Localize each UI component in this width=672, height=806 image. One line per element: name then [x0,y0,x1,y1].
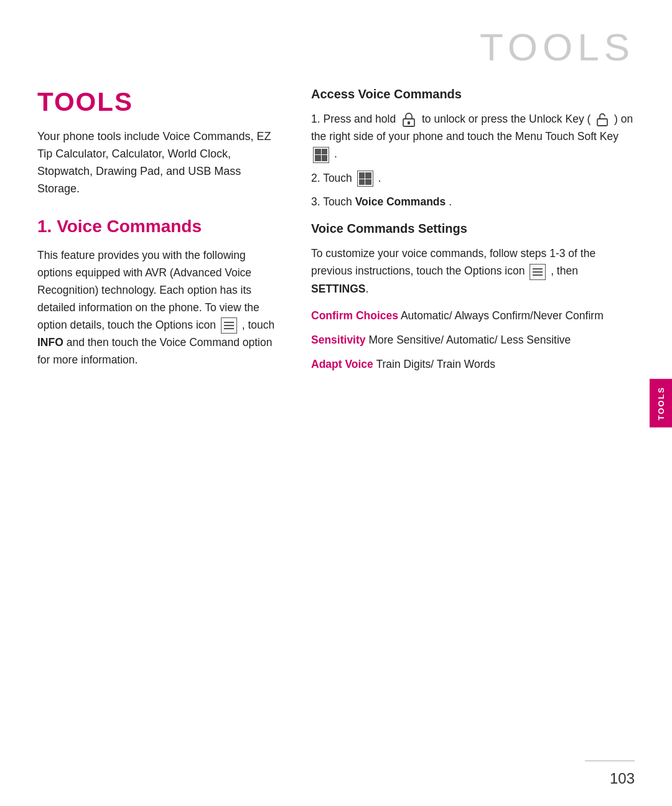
voice-commands-body: This feature provides you with the follo… [37,246,280,368]
page-container: TOOLS TOOLS TOOLS Your phone tools inclu… [0,0,672,806]
main-content: TOOLS Your phone tools include Voice Com… [37,87,635,756]
settings-period: . [366,283,369,295]
step1-text-d: . [334,148,337,160]
settings-end-span: , then [551,265,578,277]
step2-text-b: . [378,172,381,184]
access-voice-commands-title: Access Voice Commands [311,87,635,101]
right-column: Access Voice Commands 1. Press and hold … [311,87,635,756]
settings-bold-span: SETTINGS [311,283,366,295]
main-section-title: TOOLS [37,87,280,117]
tools-grid-icon [357,171,373,187]
sensitivity-options: More Sensitive/ Automatic/ Less Sensitiv… [366,334,571,346]
sensitivity-item: Sensitivity More Sensitive/ Automatic/ L… [311,332,635,349]
adapt-voice-item: Adapt Voice Train Digits/ Train Words [311,356,635,373]
step3-bold: Voice Commands [355,195,446,208]
adapt-voice-label: Adapt Voice [311,358,373,370]
step1-text-a: 1. Press and hold [311,113,396,125]
settings-options-icon [530,264,546,280]
body-text-3: and then touch the Voice Command option … [37,336,272,366]
step3-text-b: . [449,195,452,208]
intro-paragraph: Your phone tools include Voice Commands,… [37,128,280,198]
confirm-choices-label: Confirm Choices [311,309,398,322]
step-3: 3. Touch Voice Commands . [311,193,635,210]
step1-text-b: to unlock or press the Unlock Key ( [422,113,590,125]
settings-intro-text: To customize your voice commands, follow… [311,245,635,297]
top-header-title: TOOLS [480,25,635,69]
confirm-choices-item: Confirm Choices Automatic/ Always Confir… [311,307,635,324]
side-tab-label: TOOLS [656,386,666,420]
lock-icon [401,111,417,128]
step2-text-a: 2. Touch [311,172,352,184]
page-number: 103 [610,770,635,787]
confirm-choices-options: Automatic/ Always Confirm/Never Confirm [398,309,604,322]
body-text-2: , touch [242,319,275,331]
options-icon [221,317,237,334]
voice-commands-settings-title: Voice Commands Settings [311,222,635,236]
bottom-divider [585,761,635,762]
unlock-key-icon [595,111,609,128]
adapt-voice-options: Train Digits/ Train Words [373,358,495,370]
voice-commands-heading: 1. Voice Commands [37,217,280,237]
step-2: 2. Touch . [311,169,635,187]
menu-soft-key-icon [313,147,329,163]
svg-rect-2 [597,119,607,126]
side-tab: TOOLS [650,378,672,428]
info-bold: INFO [37,336,63,349]
step3-text-a: 3. Touch [311,195,352,208]
sensitivity-label: Sensitivity [311,334,366,346]
left-column: TOOLS Your phone tools include Voice Com… [37,87,280,756]
step-1: 1. Press and hold to unlock or press the… [311,110,635,163]
svg-rect-1 [408,121,410,124]
